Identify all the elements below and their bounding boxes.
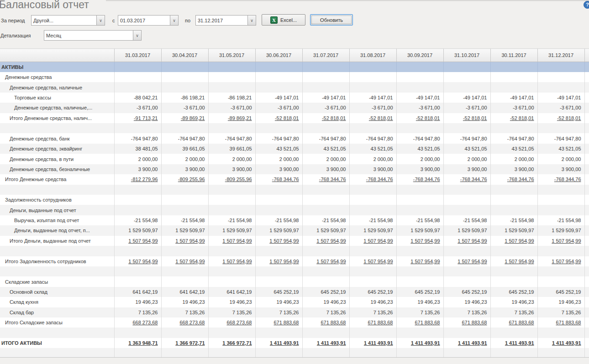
row-label[interactable]: Выручка, изъятая под отчет [0, 215, 114, 225]
period-select[interactable]: Другой... ∨ [31, 15, 105, 26]
row-label[interactable]: Склад кухня [0, 297, 114, 307]
value-cell[interactable]: 1 411 493,91 [537, 338, 584, 348]
value-cell[interactable]: 1 507 954,99 [537, 236, 584, 246]
value-cell[interactable]: -52 818,01 [302, 113, 349, 123]
value-cell[interactable]: -52 818,01 [490, 113, 537, 123]
value-cell[interactable]: -768 344,76 [349, 174, 396, 184]
row-label[interactable]: Денежные средства, эквайринг [0, 144, 114, 154]
row-label[interactable]: Денежные средства, банк [0, 133, 114, 143]
value-cell[interactable]: 671 883,68 [302, 317, 349, 328]
value-cell[interactable]: 1 507 954,99 [114, 256, 161, 266]
detail-select[interactable]: Месяц ∨ [44, 30, 142, 41]
value-cell[interactable]: 1 507 954,99 [161, 236, 208, 246]
value-cell[interactable]: 671 883,68 [537, 317, 584, 328]
row-label[interactable]: Денежные средства, наличные,... [0, 103, 114, 113]
value-cell[interactable]: 1 411 493,91 [443, 338, 490, 348]
value-cell[interactable]: 1 507 954,99 [349, 236, 396, 246]
value-cell[interactable]: 1 507 954,99 [490, 256, 537, 266]
stub-cell [584, 195, 589, 205]
row-label[interactable]: Торговые кассы [0, 93, 114, 103]
value-cell[interactable]: 1 507 954,99 [208, 256, 255, 266]
value-cell[interactable]: 1 507 954,99 [537, 256, 584, 266]
value-cell[interactable]: 1 507 954,99 [302, 256, 349, 266]
refresh-button[interactable]: Обновить [310, 14, 353, 26]
row-label[interactable]: Деньги, выданные под отчет, п... [0, 225, 114, 235]
value-cell[interactable]: 1 411 493,91 [302, 338, 349, 348]
value-cell[interactable]: -52 818,01 [537, 113, 584, 123]
row-label[interactable]: Итого Денежные средства [0, 174, 114, 184]
row-label[interactable]: Основной склад [0, 287, 114, 297]
row-label[interactable]: АКТИВЫ [0, 62, 114, 72]
row-label[interactable]: Деньги, выданные под отчет [0, 205, 114, 215]
value-cell[interactable]: 1 507 954,99 [255, 256, 302, 266]
value-cell[interactable]: -768 344,76 [302, 174, 349, 184]
value-cell[interactable]: 1 507 954,99 [396, 236, 443, 246]
row-label[interactable]: Итого Денежные средства, налич... [0, 113, 114, 123]
row-label[interactable]: Денежные средства [0, 72, 114, 82]
value-cell[interactable]: 671 883,68 [349, 317, 396, 328]
help-icon[interactable]: ? [584, 1, 589, 9]
value-cell[interactable]: 1 507 954,99 [490, 236, 537, 246]
row-label[interactable]: Денежные средства, безналичные [0, 164, 114, 174]
value-cell[interactable]: -89 869,21 [161, 113, 208, 123]
value-cell[interactable]: 668 273,68 [114, 317, 161, 328]
row-label[interactable]: Итого Деньги, выданные под отчет [0, 236, 114, 246]
value-cell[interactable]: 1 366 972,71 [161, 338, 208, 348]
value-cell [349, 123, 396, 133]
chevron-down-icon[interactable]: ∨ [133, 31, 141, 40]
date-from-select[interactable]: 01.03.2017 ∨ [118, 15, 179, 26]
row-label[interactable]: Денежные средства, наличные [0, 82, 114, 92]
value-cell[interactable]: -768 344,76 [443, 174, 490, 184]
excel-button[interactable]: X Excel... [262, 14, 305, 26]
row-label[interactable]: ИТОГО АКТИВЫ [0, 338, 114, 348]
value-cell[interactable]: 1 507 954,99 [302, 236, 349, 246]
value-cell[interactable]: -812 279,96 [114, 174, 161, 184]
value-cell[interactable]: -52 818,01 [349, 113, 396, 123]
row-label[interactable]: Денежные средства, в пути [0, 154, 114, 164]
row-label[interactable]: Задолженность сотрудников [0, 195, 114, 205]
chevron-down-icon[interactable]: ∨ [170, 16, 178, 25]
value-cell[interactable]: -89 869,21 [208, 113, 255, 123]
value-cell[interactable]: 1 507 954,99 [208, 236, 255, 246]
row-label[interactable]: Итого Складские запасы [0, 317, 114, 328]
value-cell[interactable]: 671 883,68 [443, 317, 490, 328]
value-cell[interactable]: 1 507 954,99 [255, 236, 302, 246]
value-cell[interactable]: -768 344,76 [537, 174, 584, 184]
value-cell[interactable]: 1 507 954,99 [396, 256, 443, 266]
value-cell [302, 185, 349, 195]
row-label[interactable]: Склад бар [0, 307, 114, 317]
value-cell: 645 252,19 [443, 287, 490, 297]
chevron-down-icon[interactable]: ∨ [96, 16, 105, 25]
value-cell[interactable]: 1 411 493,91 [349, 338, 396, 348]
value-cell[interactable]: -768 344,76 [396, 174, 443, 184]
chevron-down-icon[interactable]: ∨ [247, 16, 256, 25]
value-cell[interactable]: -768 344,76 [255, 174, 302, 184]
value-cell[interactable]: 1 507 954,99 [161, 256, 208, 266]
value-cell[interactable]: -768 344,76 [490, 174, 537, 184]
value-cell[interactable]: 671 883,68 [490, 317, 537, 328]
value-cell[interactable]: 1 411 493,91 [396, 338, 443, 348]
value-cell[interactable]: 1 507 954,99 [114, 236, 161, 246]
value-cell[interactable]: 671 883,68 [396, 317, 443, 328]
value-cell[interactable]: -809 255,96 [208, 174, 255, 184]
row-label[interactable]: Складские запасы [0, 276, 114, 286]
value-cell[interactable]: 671 883,68 [255, 317, 302, 328]
value-cell [490, 266, 537, 276]
value-cell[interactable]: 1 411 493,91 [255, 338, 302, 348]
value-cell[interactable]: 668 273,68 [161, 317, 208, 328]
date-to-select[interactable]: 31.12.2017 ∨ [195, 15, 256, 26]
value-cell[interactable]: -52 818,01 [255, 113, 302, 123]
value-cell[interactable]: 1 411 493,91 [490, 338, 537, 348]
value-cell[interactable]: 1 507 954,99 [443, 236, 490, 246]
value-cell: 3 900,00 [443, 164, 490, 174]
value-cell[interactable]: -52 818,01 [396, 113, 443, 123]
value-cell[interactable]: 1 363 948,71 [114, 338, 161, 348]
value-cell[interactable]: 1 507 954,99 [349, 256, 396, 266]
value-cell[interactable]: -809 255,96 [161, 174, 208, 184]
row-label[interactable]: Итого Задолженность сотрудников [0, 256, 114, 266]
value-cell[interactable]: -91 713,21 [114, 113, 161, 123]
value-cell[interactable]: 1 366 972,71 [208, 338, 255, 348]
value-cell[interactable]: -52 818,01 [443, 113, 490, 123]
value-cell[interactable]: 1 507 954,99 [443, 256, 490, 266]
value-cell[interactable]: 668 273,68 [208, 317, 255, 328]
